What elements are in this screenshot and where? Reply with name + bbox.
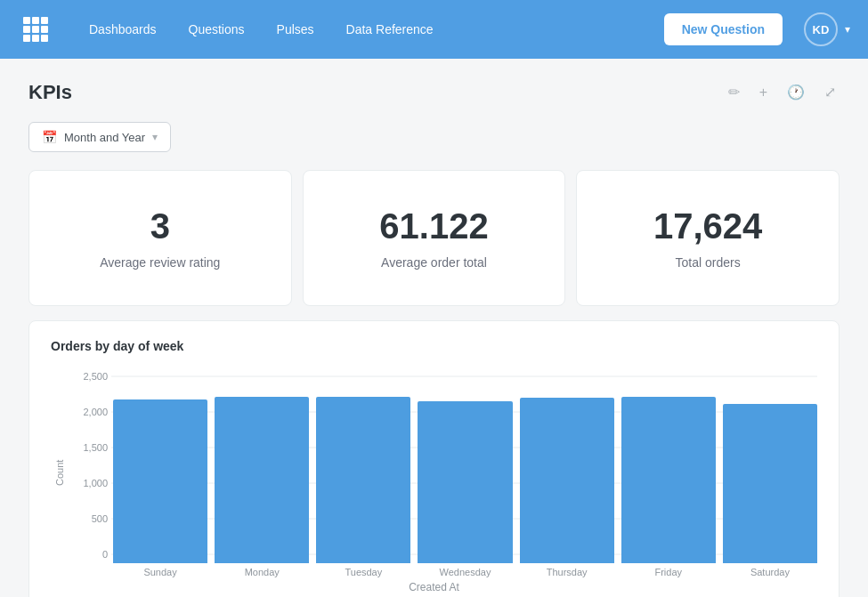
dashboard-header: KPIs ✏ + 🕐 ⤢ bbox=[28, 80, 840, 104]
chart-card: Orders by day of week Count 2,50 bbox=[28, 320, 840, 597]
user-menu-chevron[interactable]: ▾ bbox=[845, 23, 850, 36]
y-axis-label: Count bbox=[51, 367, 69, 577]
kpi-card-order-total: 61.122 Average order total bbox=[303, 170, 566, 306]
new-question-button[interactable]: New Question bbox=[664, 13, 783, 45]
day-label-friday: Friday bbox=[621, 567, 716, 577]
user-avatar[interactable]: KD bbox=[804, 12, 838, 46]
header-right: New Question KD ▾ bbox=[664, 12, 850, 46]
logo[interactable] bbox=[18, 12, 53, 47]
kpi-label-review: Average review rating bbox=[51, 255, 270, 270]
logo-grid bbox=[23, 17, 48, 42]
kpi-card-total-orders: 17,624 Total orders bbox=[576, 170, 840, 306]
chart-title: Orders by day of week bbox=[51, 339, 817, 353]
day-label-sunday: Sunday bbox=[113, 567, 207, 577]
bar-sunday[interactable] bbox=[113, 399, 207, 563]
add-icon[interactable]: + bbox=[756, 81, 771, 104]
kpi-value-review: 3 bbox=[51, 206, 270, 246]
day-label-thursday: Thursday bbox=[520, 567, 614, 577]
kpi-value-order-total: 61.122 bbox=[325, 206, 544, 246]
day-labels: SundayMondayTuesdayWednesdayThursdayFrid… bbox=[76, 567, 817, 577]
nav-data-reference[interactable]: Data Reference bbox=[332, 15, 448, 44]
filter-label: Month and Year bbox=[64, 131, 145, 144]
kpi-label-order-total: Average order total bbox=[325, 255, 544, 270]
dashboard-title: KPIs bbox=[28, 81, 72, 104]
edit-icon[interactable]: ✏ bbox=[725, 80, 743, 104]
nav-questions[interactable]: Questions bbox=[174, 15, 259, 44]
bar-saturday[interactable] bbox=[723, 404, 817, 563]
bar-monday[interactable] bbox=[215, 397, 309, 563]
day-label-tuesday: Tuesday bbox=[316, 567, 410, 577]
bar-friday[interactable] bbox=[621, 397, 716, 563]
bar-tuesday[interactable] bbox=[316, 397, 410, 563]
month-year-filter[interactable]: 📅 Month and Year ▾ bbox=[28, 122, 171, 152]
day-label-wednesday: Wednesday bbox=[418, 567, 512, 577]
nav-dashboards[interactable]: Dashboards bbox=[75, 15, 171, 44]
kpi-card-review: 3 Average review rating bbox=[28, 170, 292, 306]
filter-bar: 📅 Month and Year ▾ bbox=[28, 122, 840, 152]
bar-thursday[interactable] bbox=[520, 398, 614, 563]
main-content: KPIs ✏ + 🕐 ⤢ 📅 Month and Year ▾ 3 Averag… bbox=[0, 59, 868, 597]
fullscreen-icon[interactable]: ⤢ bbox=[821, 80, 840, 104]
bar-wednesday[interactable] bbox=[418, 401, 512, 563]
calendar-icon: 📅 bbox=[42, 130, 57, 144]
bar-chart bbox=[76, 376, 817, 563]
day-label-saturday: Saturday bbox=[723, 567, 817, 577]
dashboard-actions: ✏ + 🕐 ⤢ bbox=[725, 80, 840, 104]
day-label-monday: Monday bbox=[215, 567, 309, 577]
nav-pulses[interactable]: Pulses bbox=[263, 15, 329, 44]
filter-chevron-icon: ▾ bbox=[152, 131, 158, 143]
header: Dashboards Questions Pulses Data Referen… bbox=[0, 0, 868, 59]
kpi-label-total-orders: Total orders bbox=[598, 255, 817, 270]
kpi-value-total-orders: 17,624 bbox=[598, 206, 817, 246]
kpi-cards: 3 Average review rating 61.122 Average o… bbox=[28, 170, 840, 306]
x-axis-label: Created At bbox=[51, 581, 817, 593]
history-icon[interactable]: 🕐 bbox=[783, 80, 808, 104]
nav-links: Dashboards Questions Pulses Data Referen… bbox=[75, 15, 664, 44]
